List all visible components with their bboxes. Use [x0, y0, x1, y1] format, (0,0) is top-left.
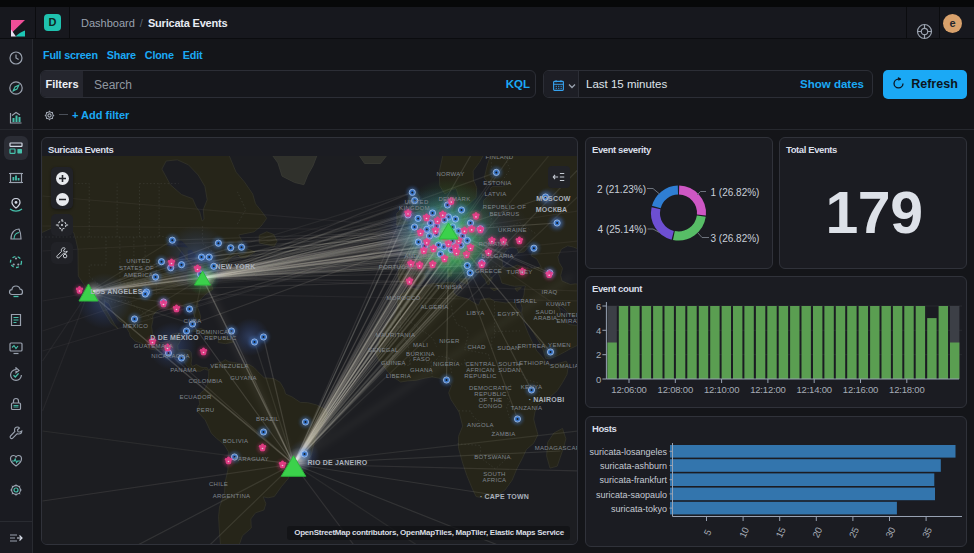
svg-text:CUBA: CUBA	[184, 318, 202, 324]
svg-text:6: 6	[596, 301, 601, 312]
svg-text:PARAGUAY: PARAGUAY	[234, 456, 269, 462]
svg-text:VENEZUELA: VENEZUELA	[210, 363, 248, 369]
svg-text:3 (26.82%): 3 (26.82%)	[711, 233, 760, 244]
svg-text:ETHIOPIA: ETHIOPIA	[519, 360, 549, 366]
svg-text:20: 20	[810, 526, 824, 540]
svg-text:UKRAINE: UKRAINE	[498, 227, 527, 233]
svg-text:FINLAND: FINLAND	[486, 156, 514, 160]
svg-text:ARGENTINA: ARGENTINA	[213, 493, 251, 499]
svg-text:2: 2	[596, 349, 601, 360]
svg-text:10: 10	[737, 526, 751, 540]
svg-text:IRAQ: IRAQ	[542, 289, 558, 295]
svg-text:MAURITANIA: MAURITANIA	[376, 332, 416, 338]
svg-text:PERU: PERU	[197, 407, 215, 413]
svg-text:KUWAIT: KUWAIT	[546, 301, 571, 307]
svg-text:· NAIROBI: · NAIROBI	[529, 396, 565, 403]
svg-text:UNITED: UNITED	[126, 258, 150, 264]
svg-text:ZAMBIA: ZAMBIA	[491, 431, 515, 437]
svg-text:ANDORRA: ANDORRA	[404, 253, 436, 259]
svg-text:25: 25	[847, 526, 861, 540]
svg-text:ISRAEL: ISRAEL	[514, 298, 538, 304]
svg-text:LOS ANGELES: LOS ANGELES	[90, 288, 142, 295]
svg-text:0: 0	[596, 374, 601, 385]
svg-text:12:16:00: 12:16:00	[843, 384, 878, 395]
svg-text:LIBYA: LIBYA	[466, 310, 484, 316]
svg-text:CONGO: CONGO	[478, 403, 502, 409]
svg-text:PANAMA: PANAMA	[170, 367, 197, 373]
svg-text:BELARUS: BELARUS	[489, 211, 519, 217]
svg-text:BRAZIL: BRAZIL	[256, 416, 279, 422]
svg-text:EMIRAT: EMIRAT	[556, 318, 578, 324]
svg-text:CHAD: CHAD	[467, 344, 486, 350]
svg-text:AMERICA: AMERICA	[124, 272, 153, 278]
svg-text:LIBERIA: LIBERIA	[386, 373, 411, 379]
svg-text:2 (21.23%): 2 (21.23%)	[597, 184, 646, 195]
svg-text:15: 15	[773, 526, 787, 540]
svg-text:RIO DE JANEIRO: RIO DE JANEIRO	[308, 459, 368, 466]
svg-text:5: 5	[701, 528, 713, 537]
svg-text:TANZANIA: TANZANIA	[511, 405, 543, 411]
svg-text:SOMALIA: SOMALIA	[550, 363, 578, 369]
svg-text:STATES OF: STATES OF	[119, 265, 154, 271]
svg-text:REPUBLIC: REPUBLIC	[464, 373, 497, 379]
svg-text:ERITREA: ERITREA	[517, 343, 545, 349]
svg-text:GUINEA: GUINEA	[381, 360, 406, 366]
svg-text:GHANA: GHANA	[410, 367, 433, 373]
svg-text:KINGDOM: KINGDOM	[399, 205, 430, 211]
svg-text:suricata-losangeles: suricata-losangeles	[589, 447, 667, 457]
svg-text:4 (25.14%): 4 (25.14%)	[598, 224, 647, 235]
svg-text:1 (26.82%): 1 (26.82%)	[711, 187, 760, 198]
svg-text:FASO: FASO	[413, 356, 430, 362]
svg-text:12:14:00: 12:14:00	[797, 384, 832, 395]
svg-text:NEW YORK: NEW YORK	[216, 263, 256, 270]
svg-text:suricata-frankfurt: suricata-frankfurt	[599, 475, 667, 485]
svg-text:suricata-tokyo: suricata-tokyo	[611, 504, 667, 514]
svg-text:MALI: MALI	[413, 342, 428, 348]
svg-text:BOLIVIA: BOLIVIA	[223, 438, 248, 444]
svg-text:ANGOLA: ANGOLA	[467, 422, 494, 428]
svg-text:SENEGAL: SENEGAL	[368, 347, 399, 353]
svg-text:MOROCCO: MOROCCO	[386, 295, 420, 301]
svg-text:30: 30	[883, 526, 897, 540]
svg-text:CHILE: CHILE	[209, 481, 228, 487]
svg-text:ITALY: ITALY	[450, 254, 467, 260]
svg-text:KENYA: KENYA	[521, 384, 542, 390]
svg-text:DENMARK: DENMARK	[438, 196, 470, 202]
svg-text:4: 4	[596, 325, 601, 336]
svg-text:12:12:00: 12:12:00	[750, 384, 785, 395]
svg-text:NORWAY: NORWAY	[436, 171, 464, 177]
svg-text:EGYPT: EGYPT	[498, 311, 520, 317]
svg-text:GUATEMALA: GUATEMALA	[134, 343, 173, 349]
svg-text:AFRICA: AFRICA	[483, 477, 507, 483]
svg-text:COLOMBIA: COLOMBIA	[188, 378, 222, 384]
svg-text:ARABIA: ARABIA	[534, 315, 558, 321]
svg-text:NIGERIA: NIGERIA	[433, 361, 460, 367]
svg-text:LATVIA: LATVIA	[484, 191, 506, 197]
svg-text:suricata-saopaulo: suricata-saopaulo	[596, 490, 667, 500]
svg-text:ESTONIA: ESTONIA	[483, 180, 511, 186]
svg-text:MEXICO: MEXICO	[123, 323, 149, 329]
svg-text:D DE MÉXICO: D DE MÉXICO	[150, 333, 199, 341]
svg-text:REPUBLIC: REPUBLIC	[204, 335, 237, 341]
svg-text:12:10:00: 12:10:00	[704, 384, 739, 395]
svg-text:ALGERIA: ALGERIA	[420, 304, 448, 310]
svg-text:BOTSWANA: BOTSWANA	[474, 454, 511, 460]
svg-text:МОСКВА: МОСКВА	[536, 206, 568, 213]
svg-text:12:06:00: 12:06:00	[611, 384, 646, 395]
svg-text:GUYANA: GUYANA	[230, 375, 257, 381]
svg-text:NICARAGUA: NICARAGUA	[151, 353, 189, 359]
svg-text:suricata-ashburn: suricata-ashburn	[600, 461, 667, 471]
svg-text:REPUBLIC OF: REPUBLIC OF	[483, 204, 526, 210]
svg-text:ECUADOR: ECUADOR	[179, 394, 211, 400]
svg-text:SUDAN: SUDAN	[497, 345, 520, 351]
svg-text:SUDAN: SUDAN	[498, 367, 521, 373]
svg-text:TURKEY: TURKEY	[506, 269, 532, 275]
svg-text:YEMEN: YEMEN	[548, 342, 571, 348]
svg-text:BULGARIA: BULGARIA	[481, 253, 514, 259]
svg-text:35: 35	[920, 526, 934, 540]
svg-text:NIGER: NIGER	[439, 338, 460, 344]
svg-text:GREECE: GREECE	[475, 268, 502, 274]
svg-text:ROMANIA: ROMANIA	[478, 241, 508, 247]
svg-text:MOSCOW: MOSCOW	[536, 195, 570, 202]
svg-text:PORTUGAL: PORTUGAL	[379, 264, 415, 270]
